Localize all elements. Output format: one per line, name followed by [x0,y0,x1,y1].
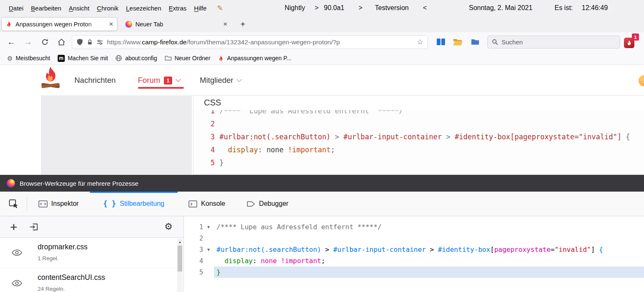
stylesheet-list: dropmarker.css1 Regel.contentSearchUI.cs… [0,238,183,292]
post-sidebar-area [41,95,192,175]
url-protocol: https://www. [107,38,142,46]
stylesheet-item[interactable]: dropmarker.css1 Regel. [0,238,183,268]
menu-item-datei[interactable]: Datei [5,0,27,16]
fold-arrow-icon[interactable]: ▼ [203,247,214,252]
stylesheet-name: contentSearchUI.css [38,273,105,282]
status-channel: Testversion [375,4,409,12]
picker-icon [8,199,19,209]
bookmark-items: ⚙MeistbesuchtmMachen Sie mitabout:config… [3,53,295,63]
editor-line[interactable]: 3▼#urlbar:not(.searchButton) > #urlbar-i… [184,244,644,255]
editor-line[interactable]: 2 [184,233,644,244]
navigation-toolbar: ← → https://www.camp-firefox.de/forum/th… [0,32,644,52]
forum-code-line: 3#urlbar:not(.searchButton) > #urlbar-in… [193,130,644,143]
chevron-down-icon [176,77,181,82]
devtools-window: Browser-Werkzeuge für mehrere Prozesse I… [0,175,644,292]
style-editor[interactable]: 1▼/**** Lupe aus Adressfeld entfernt ***… [184,216,644,292]
menu-item-ansicht[interactable]: Ansicht [65,0,93,16]
menu-item-hilfe[interactable]: Hilfe [190,0,210,16]
sidebar-pan-icon[interactable] [436,38,445,46]
code-text: /**** Lupe aus Adressfeld entfernt *****… [219,110,403,115]
browser-tab-active[interactable]: Anpassungen wegen Proton × [1,17,117,31]
stylesheet-item[interactable]: contentSearchUI.css24 Regeln. [0,268,183,292]
page-nav-nachrichten[interactable]: Nachrichten [74,76,116,85]
blue-folder-icon[interactable] [471,38,479,45]
devtools-tabbar: Inspektor { } Stilbearbeitung Konsole De… [0,192,644,216]
search-input[interactable]: Suchen [487,36,620,49]
code-text: /**** Lupe aus Adressfeld entfernt *****… [214,221,644,233]
devtools-body: + ⚙ dropmarker.css1 Regel.contentSearchU… [0,216,644,292]
gear-icon: ⚙ [7,55,13,61]
new-tab-button[interactable]: + [237,19,248,30]
menu-item-chronik[interactable]: Chronik [93,0,122,16]
braces-icon: { } [103,200,116,208]
tab-title: Anpassungen wegen Proton [15,21,107,28]
code-panel-title: CSS [204,98,221,108]
forum-badge: 1 [164,77,172,85]
code-text: #urlbar:not(.searchButton) > #urlbar-inp… [214,244,644,255]
forward-button[interactable]: → [22,36,34,49]
options-gear-icon[interactable]: ⚙ [164,222,173,231]
stylesheet-rule-count: 24 Regeln. [38,286,65,292]
bookmark-item[interactable]: Anpassungen wegen P... [214,53,295,63]
menu-item-extras[interactable]: Extras [165,0,191,16]
url-bar[interactable]: https://www.camp-firefox.de/forum/thema/… [72,35,428,49]
bookmark-item[interactable]: about:config [112,53,160,63]
menu-item-lesezeichen[interactable]: Lesezeichen [122,0,165,16]
pick-element-button[interactable] [0,192,27,216]
editor-line[interactable]: 4 display: none !important; [184,255,644,266]
page-content: Nachrichten Forum 1 Mitglieder CSS 1/***… [0,65,644,175]
bookmark-item[interactable]: mMachen Sie mit [54,53,112,63]
tab-stilbearbeitung[interactable]: { } Stilbearbeitung [90,192,178,216]
tab-konsole[interactable]: Konsole [178,192,236,216]
eye-icon[interactable] [12,249,22,256]
pencil-icon[interactable]: ✎ [217,4,223,13]
permissions-icon[interactable] [97,39,103,46]
close-icon[interactable]: × [109,20,113,28]
tab-title: Neuer Tab [135,21,221,28]
css-code-panel: CSS 1/**** Lupe aus Adressfeld entfernt … [193,95,644,175]
home-button[interactable] [55,36,68,49]
page-nav-mitglieder[interactable]: Mitglieder [200,76,241,85]
bookmark-label: Machen Sie mit [68,55,108,61]
active-nav-underline [138,87,184,89]
fold-arrow-icon[interactable]: ▼ [203,225,214,229]
editor-line[interactable]: 5} [184,266,644,278]
back-button[interactable]: ← [5,36,18,49]
eye-icon[interactable] [12,280,22,287]
import-stylesheet-button[interactable] [29,223,38,231]
debugger-icon [247,201,255,207]
page-nav-forum[interactable]: Forum 1 [138,76,180,85]
menu-item-bearbeiten[interactable]: Bearbeiten [27,0,65,16]
tab-debugger[interactable]: Debugger [236,192,299,216]
forum-code-block[interactable]: 1/**** Lupe aus Adressfeld entfernt ****… [193,110,644,174]
avatar[interactable] [639,75,644,86]
browser-tab[interactable]: Neuer Tab × [120,16,232,32]
editor-line[interactable]: 1▼/**** Lupe aus Adressfeld entfernt ***… [184,221,644,233]
status-app-name: Nightly [285,4,305,12]
bookmark-item[interactable]: Neuer Ordner [161,53,214,63]
lock-icon[interactable] [87,39,93,46]
search-icon [492,39,498,45]
search-placeholder: Suchen [501,38,523,46]
close-icon[interactable]: × [223,20,227,28]
line-number: 5 [193,159,215,167]
bookmark-star-icon[interactable]: ☆ [417,38,423,46]
devtools-titlebar[interactable]: Browser-Werkzeuge für mehrere Prozesse [0,175,644,192]
globe-icon [115,55,122,61]
nav-label: Forum [138,76,160,85]
reload-button[interactable] [38,36,51,49]
tab-label: Inspektor [51,200,79,207]
scroll-up-arrow[interactable]: ▲ [177,240,183,244]
shield-icon[interactable] [76,38,83,46]
url-text[interactable]: https://www.camp-firefox.de/forum/thema/… [107,38,413,46]
firefox-icon [7,179,15,187]
scrollbar[interactable]: ▲ [177,238,183,292]
line-number: 4 [184,257,203,265]
scrollbar-thumb[interactable] [178,246,182,272]
bookmark-item[interactable]: ⚙Meistbesucht [3,53,54,63]
new-stylesheet-button[interactable]: + [10,221,18,233]
tab-inspektor[interactable]: Inspektor [27,192,90,216]
open-folder-icon[interactable] [453,38,463,46]
campfire-logo[interactable] [39,66,62,92]
line-number: 3 [184,246,203,254]
